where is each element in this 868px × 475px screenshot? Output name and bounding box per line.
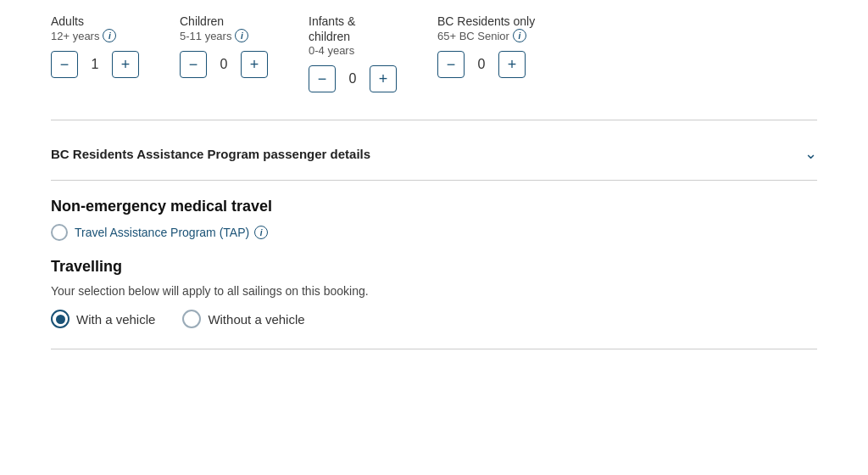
with-vehicle-radio-button[interactable] (51, 310, 70, 328)
bc-senior-title: BC Residents only (437, 14, 535, 29)
infants-stepper: − 0 + (309, 65, 397, 92)
adults-title: Adults (51, 14, 139, 29)
bc-residents-accordion[interactable]: BC Residents Assistance Program passenge… (51, 134, 817, 173)
with-vehicle-radio-label[interactable]: With a vehicle (51, 310, 155, 328)
divider-1 (51, 120, 817, 120)
non-emergency-heading: Non-emergency medical travel (51, 198, 817, 215)
children-group: Children 5-11 years i − 0 + (180, 14, 268, 92)
without-vehicle-label: Without a vehicle (208, 312, 304, 327)
with-vehicle-inner-dot (56, 315, 65, 324)
adults-increment-button[interactable]: + (112, 51, 139, 78)
travelling-heading: Travelling (51, 258, 817, 276)
infants-title: Infants & children (309, 14, 397, 44)
tap-radio-button[interactable] (51, 224, 68, 241)
bc-senior-increment-button[interactable]: + (498, 51, 526, 78)
without-vehicle-radio-label[interactable]: Without a vehicle (182, 310, 304, 328)
adults-group: Adults 12+ years i − 1 + (51, 14, 139, 92)
travelling-subtitle: Your selection below will apply to all s… (51, 284, 817, 298)
bc-senior-stepper: − 0 + (437, 51, 535, 78)
with-vehicle-label: With a vehicle (76, 312, 155, 327)
adults-value: 1 (86, 57, 103, 72)
children-increment-button[interactable]: + (241, 51, 268, 78)
infants-value: 0 (344, 71, 361, 87)
children-decrement-button[interactable]: − (180, 51, 207, 78)
tap-info-icon[interactable]: i (254, 226, 268, 239)
travelling-section: Travelling Your selection below will app… (51, 258, 817, 328)
chevron-down-icon: ⌄ (804, 144, 817, 163)
children-info-icon[interactable]: i (235, 29, 248, 42)
bc-senior-info-icon[interactable]: i (513, 29, 526, 42)
non-emergency-section: Non-emergency medical travel Travel Assi… (51, 198, 817, 241)
bc-senior-decrement-button[interactable]: − (437, 51, 465, 78)
adults-subtitle: 12+ years i (51, 29, 139, 42)
without-vehicle-radio-button[interactable] (182, 310, 201, 328)
adults-decrement-button[interactable]: − (51, 51, 78, 78)
passenger-section: Adults 12+ years i − 1 + Children 5-11 y… (51, 14, 817, 113)
adults-info-icon[interactable]: i (103, 29, 116, 42)
bc-senior-group: BC Residents only 65+ BC Senior i − 0 + (437, 14, 535, 92)
bc-senior-value: 0 (473, 57, 490, 72)
divider-2 (51, 180, 817, 181)
divider-bottom (51, 349, 817, 349)
children-title: Children (180, 14, 268, 29)
infants-increment-button[interactable]: + (370, 65, 397, 92)
tap-label[interactable]: Travel Assistance Program (TAP) i (75, 226, 268, 239)
bc-senior-subtitle: 65+ BC Senior i (437, 29, 535, 42)
children-value: 0 (215, 57, 232, 72)
infants-subtitle: 0-4 years (309, 44, 397, 57)
adults-stepper: − 1 + (51, 51, 139, 78)
children-stepper: − 0 + (180, 51, 268, 78)
infants-decrement-button[interactable]: − (309, 65, 336, 92)
tap-radio-group: Travel Assistance Program (TAP) i (51, 224, 817, 241)
children-subtitle: 5-11 years i (180, 29, 268, 42)
bc-residents-title: BC Residents Assistance Program passenge… (51, 147, 370, 161)
vehicle-radio-group: With a vehicle Without a vehicle (51, 310, 817, 328)
infants-group: Infants & children 0-4 years − 0 + (309, 14, 397, 92)
